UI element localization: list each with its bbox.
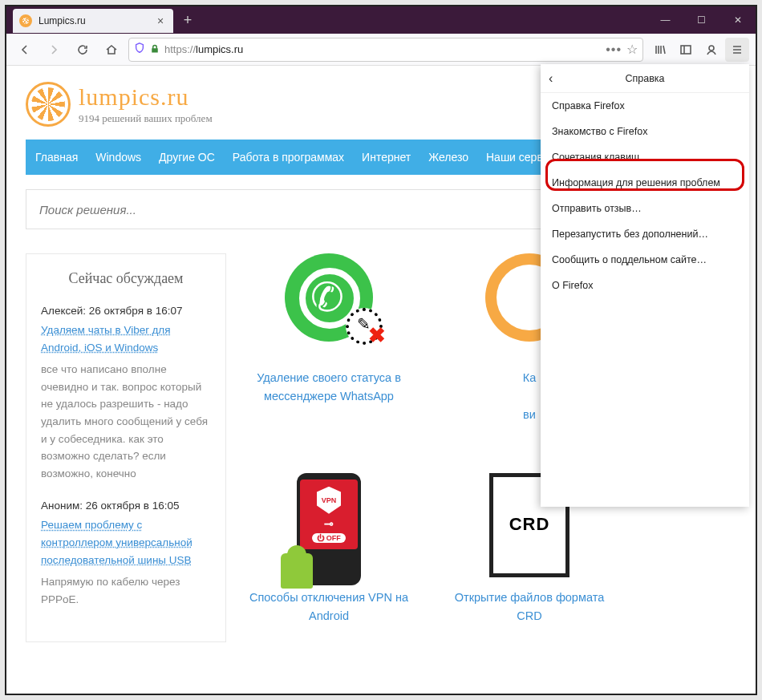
comment-body: все что написано вполне очевидно и так. … — [41, 361, 211, 482]
library-icon[interactable] — [648, 38, 672, 62]
article-title[interactable]: Открытие файлов формата CRD — [449, 589, 610, 625]
article-card[interactable]: Удаление своего статуса в мессенджере Wh… — [249, 253, 409, 441]
home-button[interactable] — [99, 38, 124, 62]
discussion-sidebar: Сейчас обсуждаем Алексей: 26 октября в 1… — [26, 253, 226, 642]
svg-rect-0 — [681, 46, 691, 54]
help-item-about[interactable]: О Firefox — [541, 273, 749, 298]
url-text: https://lumpics.ru — [164, 43, 601, 55]
android-icon — [281, 553, 313, 589]
comment-meta: Аноним: 26 октября в 16:05 — [41, 500, 211, 512]
nav-item[interactable]: Windows — [95, 151, 141, 164]
titlebar: Lumpics.ru × + — ☐ ✕ — [6, 6, 756, 34]
whatsapp-icon — [277, 253, 381, 358]
bookmark-star-icon[interactable]: ☆ — [626, 42, 638, 57]
reload-button[interactable] — [71, 38, 95, 62]
help-item-firefox-help[interactable]: Справка Firefox — [541, 93, 749, 119]
article-title[interactable]: Способы отключения VPN на Android — [249, 589, 409, 625]
help-item-tour[interactable]: Знакомство с Firefox — [541, 119, 749, 144]
comment-meta: Алексей: 26 октября в 16:07 — [41, 305, 211, 317]
menu-button[interactable] — [725, 38, 749, 62]
article-title[interactable]: Удаление своего статуса в мессенджере Wh… — [249, 369, 409, 406]
vpn-phone-icon: VPN ⊸ ⏻ OFF — [277, 473, 381, 577]
nav-item[interactable]: Другие ОС — [159, 151, 215, 164]
help-item-troubleshooting[interactable]: Информация для решения проблем — [541, 170, 749, 196]
tab-close-icon[interactable]: × — [154, 14, 167, 27]
help-panel-title: Справка — [625, 73, 664, 84]
nav-item[interactable]: Главная — [35, 151, 78, 164]
nav-item[interactable]: Железо — [428, 151, 468, 164]
close-window-button[interactable]: ✕ — [719, 6, 756, 34]
new-tab-button[interactable]: + — [176, 9, 199, 31]
comment-link[interactable]: Решаем проблему с контроллером универсал… — [41, 516, 211, 568]
nav-item[interactable]: Работа в программах — [233, 151, 344, 164]
article-card[interactable]: VPN ⊸ ⏻ OFF Способы отключения VPN на An… — [249, 473, 409, 642]
help-submenu: ‹ Справка Справка Firefox Знакомство с F… — [541, 64, 749, 507]
comment-link[interactable]: Удаляем чаты в Viber для Android, iOS и … — [41, 322, 211, 356]
browser-tab[interactable]: Lumpics.ru × — [13, 9, 173, 33]
help-item-shortcuts[interactable]: Сочетания клавиш — [541, 144, 749, 170]
help-item-feedback[interactable]: Отправить отзыв… — [541, 196, 749, 221]
logo-icon — [26, 82, 71, 127]
toolbar: https://lumpics.ru ••• ☆ — [6, 34, 756, 66]
sidebar-icon[interactable] — [674, 38, 698, 62]
account-icon[interactable] — [699, 38, 723, 62]
help-item-report-site[interactable]: Сообщить о поддельном сайте… — [541, 247, 749, 273]
sidebar-heading: Сейчас обсуждаем — [41, 270, 211, 287]
maximize-button[interactable]: ☐ — [683, 6, 719, 34]
comment-body: Напрямую по кабелю через PPPoE. — [41, 573, 211, 608]
back-button[interactable] — [13, 38, 37, 62]
shield-icon[interactable] — [134, 42, 145, 57]
forward-button — [42, 38, 66, 62]
favicon-icon — [19, 14, 32, 27]
site-name: lumpics.ru — [79, 83, 213, 111]
help-item-restart-no-addons[interactable]: Перезапустить без дополнений… — [541, 221, 749, 247]
comment-block: Алексей: 26 октября в 16:07 Удаляем чаты… — [41, 305, 211, 482]
url-bar[interactable]: https://lumpics.ru ••• ☆ — [128, 38, 643, 62]
comment-block: Аноним: 26 октября в 16:05 Решаем пробле… — [41, 500, 211, 608]
svg-point-1 — [709, 46, 714, 51]
page-actions-icon[interactable]: ••• — [606, 42, 622, 57]
tab-title: Lumpics.ru — [39, 15, 154, 26]
minimize-button[interactable]: — — [647, 6, 683, 34]
lock-icon[interactable] — [150, 42, 160, 57]
help-back-button[interactable]: ‹ — [549, 71, 553, 86]
nav-item[interactable]: Интернет — [362, 151, 411, 164]
site-tagline: 9194 решений ваших проблем — [79, 112, 213, 125]
